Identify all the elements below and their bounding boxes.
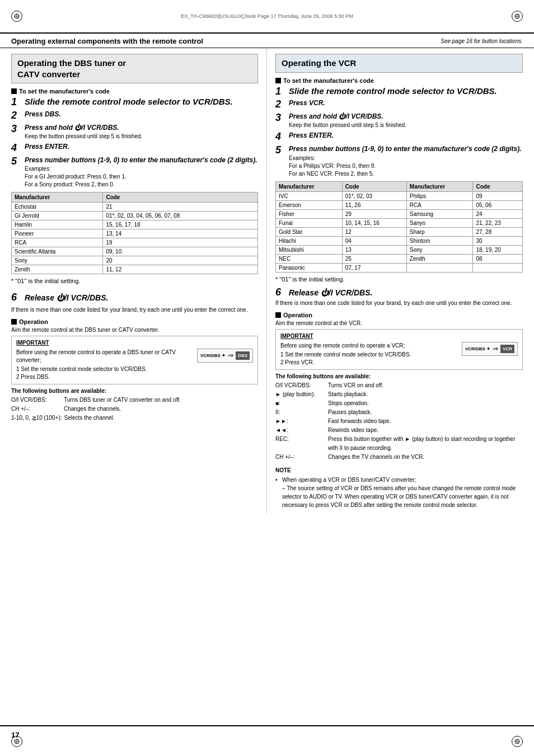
header-title: Operating external components with the r… [11, 37, 203, 45]
button-row: REC:Press this button together with ► (p… [275, 435, 523, 453]
button-row: ► (play button):Starts playback. [275, 390, 523, 399]
note-item: •When operating a VCR or DBS tuner/CATV … [275, 476, 523, 509]
table-row: IVC01*, 02, 03Philips09 [276, 191, 523, 200]
left-operation-header: Operation [11, 318, 258, 325]
right-step-6: 6 Release ⏻/I VCR/DBS. If there is more … [275, 287, 523, 308]
button-row: II:Pauses playback. [275, 408, 523, 417]
left-step-1: 1 Slide the remote control mode selector… [11, 97, 258, 108]
black-square-icon [11, 88, 17, 94]
table-row: RCA19 [12, 238, 258, 247]
right-operation-header: Operation [275, 312, 523, 318]
right-step-3: 3 Press and hold ⏻/I VCR/DBS. Keep the b… [275, 112, 523, 129]
button-row: O/I VCR/DBS:Turns DBS tuner or CATV conv… [11, 396, 258, 405]
table-row: GI Jerrold01*, 02, 03, 04, 05, 06, 07, 0… [12, 212, 258, 220]
right-step-2: 2 Press VCR. [275, 99, 523, 110]
table-row: Gold Star12Sharp27, 28 [276, 227, 523, 236]
right-table-header-manufacturer2: Manufacturer [406, 181, 473, 191]
left-section-title-box: Operating the DBS tuner or CATV converte… [11, 54, 258, 83]
left-section-title: Operating the DBS tuner or CATV converte… [17, 58, 252, 79]
left-remote-diagram: VCR/DBS ✦ ⇒ DBS [197, 349, 253, 363]
table-row: Fisher29Samsung24 [276, 209, 523, 218]
right-black-square-icon [275, 78, 281, 83]
right-manufacturer-table: Manufacturer Code Manufacturer Code IVC0… [275, 181, 523, 273]
table-row: Mitsubishi13Sony18, 19, 20 [276, 245, 523, 254]
right-table-header-code1: Code [342, 181, 406, 191]
button-row: CH +/–:Changes the channels. [11, 405, 258, 414]
button-row: CH +/–:Changes the TV channels on the VC… [275, 453, 523, 462]
right-remote-diagram: VCR/DBS ✦ ⇒ VCR [462, 342, 518, 356]
top-right-corner-circle [512, 11, 523, 22]
table-row: Panasonic07, 17 [276, 263, 523, 272]
bottom-left-corner-circle [11, 736, 22, 747]
top-left-corner-circle [11, 11, 22, 22]
button-row: 1-10, 0, ≧10 (100+):Selects the channel. [11, 414, 258, 422]
table-row: NEC25Zenith08 [276, 254, 523, 263]
left-buttons-available: The following buttons are available: O/I… [11, 388, 258, 422]
table-row: Funai10, 14, 15, 16Sanyo21, 22, 23 [276, 218, 523, 227]
table-row: Sony20 [12, 256, 258, 265]
right-step-1: 1 Slide the remote control mode selector… [275, 86, 523, 97]
table-row: Hitachi04Shintom30 [276, 236, 523, 245]
left-step-2: 2 Press DBS. [11, 110, 258, 121]
left-column: Operating the DBS tuner or CATV converte… [11, 48, 267, 514]
top-border: EX_TH-C906020[USUGUX].book Page 17 Thurs… [0, 0, 534, 34]
left-operation-text: Aim the remote control at the DBS tuner … [11, 327, 258, 333]
table-row: Emerson11, 26RCA05, 06 [276, 200, 523, 209]
main-content: Operating the DBS tuner or CATV converte… [0, 48, 534, 525]
bottom-border [0, 725, 534, 756]
button-row: O/I VCR/DBS:Turns VCR on and off. [275, 381, 523, 390]
right-step-5: 5 Press number buttons (1-9, 0) to enter… [275, 145, 523, 177]
bottom-right-corner-circle [512, 736, 523, 747]
page-meta: EX_TH-C906020[USUGUX].book Page 17 Thurs… [22, 13, 512, 19]
page-header: Operating external components with the r… [0, 34, 534, 48]
table-row: Pioneer13, 14 [12, 229, 258, 238]
left-table-note: * "01" is the initial setting. [11, 278, 258, 284]
right-section-title-box: Operating the VCR [275, 54, 523, 73]
right-important-box: IMPORTANT Before using the remote contro… [275, 329, 523, 370]
right-manufacturer-code-header: To set the manufacturer's code [275, 77, 523, 84]
right-table-header-code2: Code [473, 181, 523, 191]
right-step-4: 4 Press ENTER. [275, 132, 523, 143]
operation-square-icon-right [275, 312, 281, 318]
button-row: ◄◄:Rewinds video tape. [275, 426, 523, 435]
right-operation-text: Aim the remote control at the VCR. [275, 320, 523, 326]
left-step-4: 4 Press ENTER. [11, 143, 258, 154]
operation-square-icon-left [11, 319, 17, 325]
left-manufacturer-table: Manufacturer Code Echostar21GI Jerrold01… [11, 192, 258, 274]
left-step-5: 5 Press number buttons (1-9, 0) to enter… [11, 156, 258, 189]
left-manufacturer-code-header: To set the manufacturer's code [11, 88, 258, 95]
right-buttons-available: The following buttons are available: O/I… [275, 373, 523, 462]
header-page-ref: See page 16 for button locations. [441, 38, 523, 44]
table-row: Zenith11, 12 [12, 265, 258, 274]
right-table-header-manufacturer1: Manufacturer [276, 181, 343, 191]
table-row: Hamlin15, 16, 17, 18 [12, 220, 258, 229]
right-note-box: NOTE •When operating a VCR or DBS tuner/… [275, 466, 523, 509]
button-row: ►►:Fast forwards video tape. [275, 417, 523, 426]
left-step-3: 3 Press and hold ⏻/I VCR/DBS. Keep the b… [11, 124, 258, 140]
left-table-header-code: Code [103, 192, 258, 203]
page: EX_TH-C906020[USUGUX].book Page 17 Thurs… [0, 0, 534, 756]
right-table-note: * "01" is the initial setting. [275, 276, 523, 283]
button-row: ■:Stops operation. [275, 399, 523, 408]
left-step-6: 6 Release ⏻/I VCR/DBS. If there is more … [11, 289, 258, 314]
left-table-header-manufacturer: Manufacturer [12, 192, 103, 203]
table-row: Scientific Atlanta09, 10 [12, 247, 258, 256]
table-row: Echostar21 [12, 203, 258, 212]
right-column: Operating the VCR To set the manufacture… [267, 48, 523, 514]
left-important-box: IMPORTANT Before using the remote contro… [11, 336, 258, 384]
right-section-title: Operating the VCR [282, 58, 517, 69]
